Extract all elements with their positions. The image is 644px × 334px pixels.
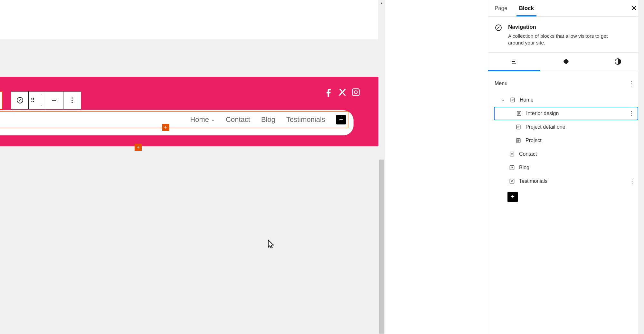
add-nav-item-button[interactable]: + <box>336 115 346 124</box>
justify-button[interactable] <box>46 92 63 109</box>
page-icon <box>515 124 522 130</box>
tree-item-options-button[interactable]: ⋮ <box>627 110 636 117</box>
block-type-button[interactable] <box>11 92 29 109</box>
page-icon <box>509 151 515 157</box>
tree-item-label: Testimonials <box>519 178 547 184</box>
navigation-block[interactable]: Home ⌄ Contact Blog Testimonials + <box>0 111 348 128</box>
navigation-block-icon <box>495 24 502 46</box>
settings-sidebar: Page Block ✕ Navigation A collection of … <box>488 0 644 334</box>
tree-item-testimonials[interactable]: Testimonials ⋮ <box>494 174 638 188</box>
social-links <box>324 88 360 98</box>
add-menu-item-button[interactable]: + <box>507 192 518 202</box>
scrollbar-thumb[interactable] <box>379 160 384 334</box>
svg-point-2 <box>71 100 72 101</box>
tree-item-contact[interactable]: Contact <box>494 147 638 161</box>
tree-item-label: Project detail one <box>526 124 565 130</box>
selected-block-indicator <box>0 91 3 109</box>
tree-item-home[interactable]: ⌄ Home <box>494 93 638 107</box>
instagram-icon[interactable] <box>351 88 360 98</box>
tree-item-blog[interactable]: Blog <box>494 161 638 174</box>
tab-page[interactable]: Page <box>493 1 509 16</box>
block-inspector-tabs <box>488 53 644 71</box>
tree-item-interior-design[interactable]: Interior design ⋮ <box>494 107 638 120</box>
subtab-settings[interactable] <box>540 53 592 71</box>
chevron-down-icon: ⌄ <box>211 117 215 122</box>
menu-heading: Menu <box>495 81 507 86</box>
link-icon <box>509 178 515 184</box>
page-icon <box>516 110 522 117</box>
tree-item-label: Contact <box>519 151 537 157</box>
x-twitter-icon[interactable] <box>338 88 347 98</box>
close-sidebar-button[interactable]: ✕ <box>629 2 639 15</box>
nav-item-testimonials[interactable]: Testimonials <box>286 115 325 124</box>
tree-item-options-button[interactable]: ⋮ <box>627 178 637 185</box>
move-up-button[interactable]: ⌃ <box>37 92 46 100</box>
tree-item-label: Home <box>520 97 534 103</box>
svg-point-1 <box>71 97 72 98</box>
nav-menu-tree: ⌄ Home Interior design ⋮ Project detail … <box>494 93 638 202</box>
more-options-button[interactable] <box>63 92 81 109</box>
tree-item-label: Project <box>526 138 542 143</box>
canvas-scrollbar[interactable]: ▲ <box>378 0 385 334</box>
move-down-button[interactable]: ⌄ <box>37 100 46 109</box>
block-appender-button[interactable]: + <box>135 144 142 151</box>
subtab-list-view[interactable] <box>488 53 540 71</box>
menu-panel: Menu ⋮ ⌄ Home Interior design ⋮ Project … <box>488 71 644 207</box>
editor-canvas: Home ⌄ Contact Blog Testimonials + + + ⠿… <box>0 0 385 334</box>
svg-point-3 <box>71 102 72 103</box>
block-title: Navigation <box>508 24 608 30</box>
tree-item-project[interactable]: Project <box>494 134 638 147</box>
block-card: Navigation A collection of blocks that a… <box>488 17 644 53</box>
tree-item-project-detail-one[interactable]: Project detail one <box>494 120 638 134</box>
block-appender-button[interactable]: + <box>162 124 169 131</box>
block-description: A collection of blocks that allow visito… <box>508 33 608 46</box>
tree-item-label: Blog <box>519 165 529 171</box>
nav-item-label: Home <box>190 115 209 124</box>
nav-item-blog[interactable]: Blog <box>261 115 275 124</box>
link-icon <box>509 164 515 171</box>
tab-block[interactable]: Block <box>518 1 535 16</box>
sidebar-tabs: Page Block ✕ <box>488 0 644 17</box>
drag-handle-icon[interactable]: ⠿ <box>29 92 37 109</box>
page-icon <box>509 97 516 103</box>
block-toolbar: ⠿ ⌃ ⌄ <box>11 91 81 109</box>
tree-item-label: Interior design <box>526 111 559 116</box>
cursor-icon <box>267 239 276 251</box>
nav-bar-container: Home ⌄ Contact Blog Testimonials + <box>0 110 354 135</box>
nav-item-home[interactable]: Home ⌄ <box>190 115 215 124</box>
facebook-icon[interactable] <box>324 88 333 98</box>
chevron-down-icon[interactable]: ⌄ <box>500 97 506 102</box>
nav-item-contact[interactable]: Contact <box>226 115 250 124</box>
page-icon <box>515 137 522 144</box>
sidebar-scrollbar[interactable] <box>638 0 644 334</box>
subtab-styles[interactable] <box>592 53 644 71</box>
block-mover: ⠿ ⌃ ⌄ <box>29 92 46 109</box>
scroll-up-icon[interactable]: ▲ <box>378 0 385 6</box>
menu-options-button[interactable]: ⋮ <box>626 78 638 89</box>
